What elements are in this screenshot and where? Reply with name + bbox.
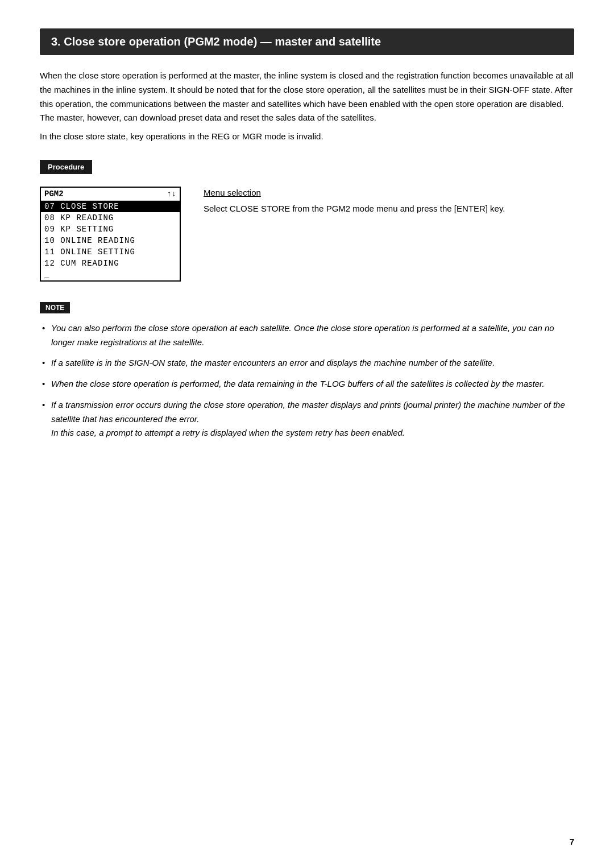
note-badge: NOTE — [40, 302, 70, 313]
menu-label: Menu selection — [204, 188, 574, 197]
display-row-4: 11 ONLINE SETTING — [41, 246, 180, 258]
display-header: PGM2 ↑↓ — [41, 188, 180, 201]
display-row-2: 09 KP SETTING — [41, 224, 180, 235]
note-list: You can also perform the close store ope… — [40, 321, 574, 440]
display-row-1: 08 KP READING — [41, 212, 180, 224]
intro-paragraph-2: In the close store state, key operations… — [40, 130, 574, 144]
note-section: NOTE You can also perform the close stor… — [40, 302, 574, 440]
intro-paragraph-1: When the close store operation is perfor… — [40, 69, 574, 125]
note-item-4-line2: In this case, a prompt to attempt a retr… — [51, 428, 405, 437]
mode-name: PGM2 — [44, 189, 64, 199]
procedure-section: Procedure PGM2 ↑↓ 07 CLOSE STORE 08 KP R… — [40, 160, 574, 282]
section-header: 3. Close store operation (PGM2 mode) — m… — [40, 28, 574, 55]
procedure-badge: Procedure — [40, 160, 92, 174]
note-item-3: When the close store operation is perfor… — [40, 377, 574, 391]
display-row-3: 10 ONLINE READING — [41, 235, 180, 246]
note-item-4-line1: If a transmission error occurs during th… — [51, 400, 565, 424]
display-cursor: _ — [41, 269, 180, 280]
note-item-4: If a transmission error occurs during th… — [40, 398, 574, 440]
note-item-1: You can also perform the close store ope… — [40, 321, 574, 350]
arrows: ↑↓ — [167, 189, 176, 199]
display-box: PGM2 ↑↓ 07 CLOSE STORE 08 KP READING 09 … — [40, 187, 181, 282]
menu-description-text: Select CLOSE STORE from the PGM2 mode me… — [204, 202, 574, 216]
display-row-5: 12 CUM READING — [41, 258, 180, 269]
section-title: 3. Close store operation (PGM2 mode) — m… — [51, 35, 381, 48]
menu-description: Menu selection Select CLOSE STORE from t… — [204, 187, 574, 216]
procedure-content: PGM2 ↑↓ 07 CLOSE STORE 08 KP READING 09 … — [40, 187, 574, 282]
display-row-0: 07 CLOSE STORE — [41, 201, 180, 212]
page-number: 7 — [570, 837, 574, 846]
note-item-2: If a satellite is in the SIGN-ON state, … — [40, 356, 574, 370]
